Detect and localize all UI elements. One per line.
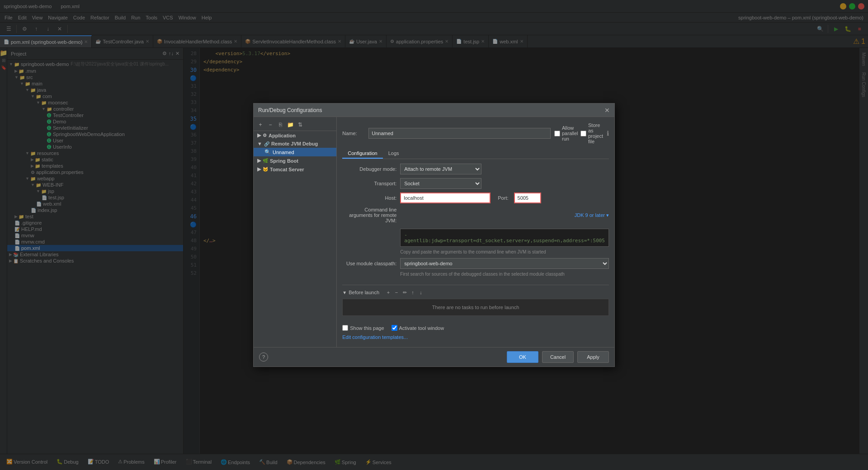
dialog-tabs: Configuration Logs bbox=[342, 149, 609, 159]
unnamed-label: Unnamed bbox=[273, 150, 294, 155]
show-page-label[interactable]: Show this page bbox=[342, 325, 384, 331]
config-group-application[interactable]: ▶ ⚙ Application bbox=[254, 131, 336, 140]
dialog-footer: ? OK Cancel Apply bbox=[254, 347, 614, 367]
rjvm-group-icon: 🔗 bbox=[264, 141, 269, 146]
dialog-title-bar: Run/Debug Configurations ✕ bbox=[254, 103, 614, 117]
module-classpath-row: Use module classpath: springboot-web-dem… bbox=[342, 258, 609, 269]
config-item-icon: 🔍 bbox=[264, 149, 271, 155]
edit-config-text: Edit configuration templates... bbox=[342, 334, 408, 340]
name-input[interactable] bbox=[368, 128, 551, 139]
before-launch-header: ▼ Before launch + − ✏ ↑ ↓ bbox=[342, 289, 609, 296]
tab-logs[interactable]: Logs bbox=[383, 149, 405, 159]
debugger-mode-select[interactable]: Attach to remote JVM Listen to remote JV… bbox=[400, 164, 481, 174]
store-project-info-icon: ℹ bbox=[607, 130, 609, 137]
sb-group-icon: 🌿 bbox=[263, 158, 268, 163]
ok-button[interactable]: OK bbox=[507, 351, 538, 363]
bl-edit-button[interactable]: ✏ bbox=[401, 289, 408, 296]
app-group-arrow: ▶ bbox=[257, 132, 261, 138]
dialog-overlay: Run/Debug Configurations ✕ + − ⎘ 📁 ⇅ ▶ ⚙… bbox=[0, 0, 868, 470]
transport-label: Transport: bbox=[342, 181, 396, 186]
transport-select[interactable]: Socket Shared memory bbox=[400, 178, 481, 189]
host-input[interactable] bbox=[400, 193, 491, 203]
store-as-project-checkbox[interactable] bbox=[580, 131, 586, 136]
host-port-row: Host: Port: bbox=[342, 193, 609, 203]
store-project-text: Store as project file bbox=[588, 122, 603, 144]
jvm-args-desc-text: Copy and paste the arguments to the comm… bbox=[400, 249, 546, 254]
add-config-button[interactable]: + bbox=[256, 121, 264, 129]
jvm-args-label-row: Command line arguments for remote JVM: J… bbox=[342, 207, 609, 223]
sb-group-arrow: ▶ bbox=[257, 158, 261, 164]
activate-window-label[interactable]: Activate tool window bbox=[392, 325, 444, 331]
dialog-title-text: Run/Debug Configurations bbox=[258, 107, 322, 113]
folder-config-button[interactable]: 📁 bbox=[286, 121, 294, 129]
before-launch-section: ▼ Before launch + − ✏ ↑ ↓ There are no t… bbox=[342, 285, 609, 316]
tc-group-icon: 🐱 bbox=[263, 167, 268, 172]
apply-button[interactable]: Apply bbox=[577, 351, 609, 363]
sb-group-label: Spring Boot bbox=[270, 158, 298, 164]
allow-parallel-label[interactable]: Allow parallel run bbox=[554, 125, 577, 141]
before-launch-toolbar: + − ✏ ↑ ↓ bbox=[385, 289, 425, 296]
bl-collapse-icon[interactable]: ▼ bbox=[342, 290, 347, 295]
sort-config-button[interactable]: ⇅ bbox=[296, 121, 304, 129]
activate-window-checkbox[interactable] bbox=[392, 325, 397, 331]
debugger-mode-row: Debugger mode: Attach to remote JVM List… bbox=[342, 164, 609, 174]
edit-config-link[interactable]: Edit configuration templates... bbox=[342, 331, 609, 342]
app-group-icon: ⚙ bbox=[263, 133, 267, 138]
port-label: Port: bbox=[498, 195, 508, 201]
bl-down-button[interactable]: ↓ bbox=[417, 289, 425, 296]
help-button[interactable]: ? bbox=[259, 352, 268, 362]
jvm-args-value: -agentlib:jdwp=transport=dt_socket,serve… bbox=[404, 232, 605, 244]
module-classpath-label: Use module classpath: bbox=[342, 261, 396, 266]
remove-config-button[interactable]: − bbox=[266, 121, 274, 129]
jvm-args-box[interactable]: -agentlib:jdwp=transport=dt_socket,serve… bbox=[400, 229, 609, 247]
dialog-right-panel: Name: Allow parallel run Store as projec… bbox=[337, 117, 614, 347]
name-label: Name: bbox=[342, 131, 365, 136]
tc-group-arrow: ▶ bbox=[257, 166, 261, 172]
show-page-text: Show this page bbox=[350, 325, 384, 331]
debugger-mode-label: Debugger mode: bbox=[342, 166, 396, 172]
host-label: Host: bbox=[342, 195, 396, 201]
rjvm-group-label: Remote JVM Debug bbox=[271, 141, 318, 146]
module-classpath-select[interactable]: springboot-web-demo bbox=[400, 258, 609, 269]
rjvm-group-arrow: ▼ bbox=[257, 141, 262, 146]
bl-add-button[interactable]: + bbox=[385, 289, 392, 296]
config-group-spring-boot[interactable]: ▶ 🌿 Spring Boot bbox=[254, 156, 336, 165]
module-desc-text: First search for sources of the debugged… bbox=[400, 272, 565, 277]
allow-parallel-text: Allow parallel run bbox=[562, 125, 578, 141]
store-as-project-label[interactable]: Store as project file bbox=[580, 122, 603, 144]
config-item-unnamed[interactable]: 🔍 Unnamed bbox=[254, 148, 336, 156]
config-group-remote-jvm[interactable]: ▼ 🔗 Remote JVM Debug bbox=[254, 140, 336, 148]
jvm-args-label: Command line arguments for remote JVM: bbox=[342, 207, 396, 223]
before-launch-title: Before launch bbox=[349, 290, 379, 295]
module-classpath-desc: First search for sources of the debugged… bbox=[400, 272, 609, 277]
show-page-checkbox[interactable] bbox=[342, 325, 348, 331]
tc-group-label: Tomcat Server bbox=[270, 167, 304, 172]
dialog-name-row: Name: Allow parallel run Store as projec… bbox=[342, 122, 609, 144]
port-input[interactable] bbox=[514, 193, 541, 203]
bl-up-button[interactable]: ↑ bbox=[409, 289, 416, 296]
bl-empty-text: There are no tasks to run before launch bbox=[432, 305, 519, 310]
run-debug-dialog: Run/Debug Configurations ✕ + − ⎘ 📁 ⇅ ▶ ⚙… bbox=[253, 103, 615, 367]
before-launch-empty: There are no tasks to run before launch bbox=[342, 299, 609, 316]
dialog-left-panel: + − ⎘ 📁 ⇅ ▶ ⚙ Application ▼ 🔗 Remote JVM… bbox=[254, 117, 337, 347]
transport-row: Transport: Socket Shared memory bbox=[342, 178, 609, 189]
dialog-config-toolbar: + − ⎘ 📁 ⇅ bbox=[254, 119, 336, 131]
allow-parallel-checkbox[interactable] bbox=[554, 131, 560, 136]
activate-window-text: Activate tool window bbox=[399, 325, 444, 331]
tab-configuration[interactable]: Configuration bbox=[342, 149, 382, 159]
jvm-args-desc: Copy and paste the arguments to the comm… bbox=[400, 249, 609, 254]
copy-config-button[interactable]: ⎘ bbox=[276, 121, 284, 129]
app-group-label: Application bbox=[269, 133, 296, 138]
bl-remove-button[interactable]: − bbox=[393, 289, 400, 296]
dialog-bottom-checks: Show this page Activate tool window bbox=[342, 321, 609, 331]
dialog-body: + − ⎘ 📁 ⇅ ▶ ⚙ Application ▼ 🔗 Remote JVM… bbox=[254, 117, 614, 347]
config-group-tomcat[interactable]: ▶ 🐱 Tomcat Server bbox=[254, 165, 336, 174]
cancel-button[interactable]: Cancel bbox=[542, 351, 574, 363]
jdk9-link[interactable]: JDK 9 or later ▾ bbox=[575, 212, 609, 218]
dialog-close-button[interactable]: ✕ bbox=[604, 107, 610, 114]
